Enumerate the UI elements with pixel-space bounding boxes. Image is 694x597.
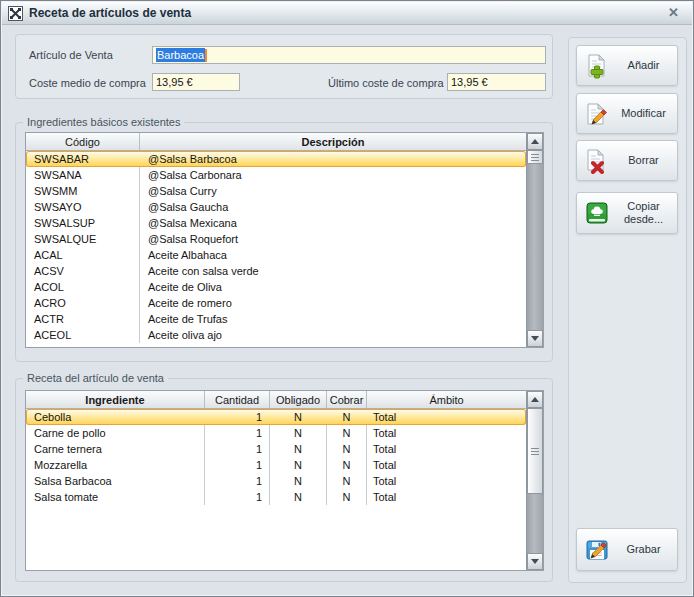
recipe-row[interactable]: Cebolla1NNTotal xyxy=(26,409,526,425)
ingredient-row[interactable]: SWSANA@Salsa Carbonara xyxy=(26,167,526,183)
cell-descripcion: @Salsa Curry xyxy=(140,183,526,199)
coste-medio-input[interactable]: 13,95 € xyxy=(152,73,240,91)
cell-codigo: SWSALQUE xyxy=(26,231,140,247)
cell-ingrediente: Carne de pollo xyxy=(26,425,205,441)
column-header-cantidad[interactable]: Cantidad xyxy=(205,391,270,408)
cell-ingrediente: Cebolla xyxy=(26,409,205,425)
cell-codigo: ACSV xyxy=(26,263,140,279)
cell-cobrar: N xyxy=(327,425,367,441)
column-header-ingrediente[interactable]: Ingrediente xyxy=(26,391,205,408)
ingredient-row[interactable]: ACALAceite Albahaca xyxy=(26,247,526,263)
ingredientes-table: Código Descripción SWSABAR@Salsa Barbaco… xyxy=(25,132,544,348)
cell-descripcion: Aceite con salsa verde xyxy=(140,263,526,279)
document-pencil-icon xyxy=(584,101,614,127)
window-title: Receta de artículos de venta xyxy=(29,6,191,20)
cell-descripcion: @Salsa Carbonara xyxy=(140,167,526,183)
grabar-label: Grabar xyxy=(614,543,677,556)
coste-medio-label: Coste medio de compra xyxy=(29,77,146,89)
recipe-row[interactable]: Salsa tomate1NNTotal xyxy=(26,489,526,505)
ingredient-row[interactable]: ACROAceite de romero xyxy=(26,295,526,311)
cell-codigo: SWSALSUP xyxy=(26,215,140,231)
recipe-row[interactable]: Salsa Barbacoa1NNTotal xyxy=(26,473,526,489)
ingredientes-table-header[interactable]: Código Descripción xyxy=(26,133,526,151)
ultimo-coste-value: 13,95 € xyxy=(451,76,488,88)
scroll-down-button[interactable] xyxy=(527,553,543,570)
ingredient-row[interactable]: SWSMM@Salsa Curry xyxy=(26,183,526,199)
title-bar[interactable]: Receta de artículos de venta ✕ xyxy=(2,2,692,25)
column-header-obligado[interactable]: Obligado xyxy=(270,391,327,408)
scroll-down-button[interactable] xyxy=(527,330,543,347)
ingredientes-table-body: SWSABAR@Salsa BarbacoaSWSANA@Salsa Carbo… xyxy=(26,151,526,343)
articulo-venta-label: Artículo de Venta xyxy=(29,49,113,61)
cell-codigo: SWSAYO xyxy=(26,199,140,215)
modificar-button[interactable]: Modificar xyxy=(576,93,678,134)
receta-table-header[interactable]: Ingrediente Cantidad Obligado Cobrar Ámb… xyxy=(26,391,526,409)
copiar-desde-label: Copiar desde... xyxy=(614,200,677,226)
cell-cantidad: 1 xyxy=(205,425,270,441)
cell-cantidad: 1 xyxy=(205,489,270,505)
cell-descripcion: @Salsa Mexicana xyxy=(140,215,526,231)
cell-codigo: SWSABAR xyxy=(26,151,140,167)
text-caret xyxy=(205,49,207,62)
ingredient-row[interactable]: SWSABAR@Salsa Barbacoa xyxy=(26,151,526,167)
receta-scrollbar[interactable] xyxy=(526,391,543,570)
recipe-row[interactable]: Carne ternera1NNTotal xyxy=(26,441,526,457)
ingredient-row[interactable]: SWSALQUE@Salsa Roquefort xyxy=(26,231,526,247)
grabar-button[interactable]: Grabar xyxy=(576,528,678,571)
document-plus-icon xyxy=(584,53,614,79)
cell-descripcion: Aceite Albahaca xyxy=(140,247,526,263)
articulo-venta-input[interactable]: Barbacoa xyxy=(152,46,546,64)
cell-cantidad: 1 xyxy=(205,473,270,489)
cell-codigo: ACRO xyxy=(26,295,140,311)
recipe-book-icon xyxy=(584,200,614,226)
cell-descripcion: @Salsa Barbacoa xyxy=(140,151,526,167)
scroll-up-button[interactable] xyxy=(527,391,543,408)
anadir-button[interactable]: Añadir xyxy=(576,45,678,86)
cell-obligado: N xyxy=(270,489,327,505)
cell-descripcion: Aceite de romero xyxy=(140,295,526,311)
cell-cantidad: 1 xyxy=(205,457,270,473)
ingredient-row[interactable]: ACSVAceite con salsa verde xyxy=(26,263,526,279)
cell-ingrediente: Mozzarella xyxy=(26,457,205,473)
column-header-cobrar[interactable]: Cobrar xyxy=(327,391,367,408)
receta-group-title: Receta del artículo de venta xyxy=(23,371,168,386)
cell-codigo: ACTR xyxy=(26,311,140,327)
cell-cobrar: N xyxy=(327,457,367,473)
copiar-desde-button[interactable]: Copiar desde... xyxy=(576,192,678,234)
modificar-label: Modificar xyxy=(614,107,677,120)
arrow-down-icon xyxy=(531,336,539,341)
cell-ambito: Total xyxy=(367,473,526,489)
recipe-row[interactable]: Mozzarella1NNTotal xyxy=(26,457,526,473)
column-header-codigo[interactable]: Código xyxy=(26,133,140,150)
cell-ingrediente: Salsa tomate xyxy=(26,489,205,505)
recipe-row[interactable]: Carne de pollo1NNTotal xyxy=(26,425,526,441)
ingredient-row[interactable]: ACTRAceite de Trufas xyxy=(26,311,526,327)
column-header-descripcion[interactable]: Descripción xyxy=(140,133,526,150)
selected-text: Barbacoa xyxy=(156,48,205,62)
ingredient-row[interactable]: SWSALSUP@Salsa Mexicana xyxy=(26,215,526,231)
arrow-up-icon xyxy=(531,139,539,144)
anadir-label: Añadir xyxy=(614,59,677,72)
ingredient-row[interactable]: ACEOLAceite oliva ajo xyxy=(26,327,526,343)
scrollbar-thumb[interactable] xyxy=(527,150,543,164)
save-disk-icon xyxy=(584,537,614,563)
document-delete-icon xyxy=(584,148,614,174)
cell-ambito: Total xyxy=(367,457,526,473)
arrow-down-icon xyxy=(531,559,539,564)
borrar-button[interactable]: Borrar xyxy=(576,140,678,181)
ingredient-row[interactable]: SWSAYO@Salsa Gaucha xyxy=(26,199,526,215)
cell-ambito: Total xyxy=(367,425,526,441)
cell-descripcion: Aceite de Trufas xyxy=(140,311,526,327)
receta-table-body: Cebolla1NNTotalCarne de pollo1NNTotalCar… xyxy=(26,409,526,505)
close-icon[interactable]: ✕ xyxy=(668,5,679,21)
cell-cobrar: N xyxy=(327,409,367,425)
cell-cobrar: N xyxy=(327,441,367,457)
cell-obligado: N xyxy=(270,473,327,489)
ultimo-coste-input[interactable]: 13,95 € xyxy=(447,73,546,91)
ingredientes-scrollbar[interactable] xyxy=(526,133,543,347)
column-header-ambito[interactable]: Ámbito xyxy=(367,391,526,408)
ingredient-row[interactable]: ACOLAceite de Oliva xyxy=(26,279,526,295)
scrollbar-thumb[interactable] xyxy=(527,408,543,494)
scroll-up-button[interactable] xyxy=(527,133,543,150)
cell-codigo: SWSANA xyxy=(26,167,140,183)
